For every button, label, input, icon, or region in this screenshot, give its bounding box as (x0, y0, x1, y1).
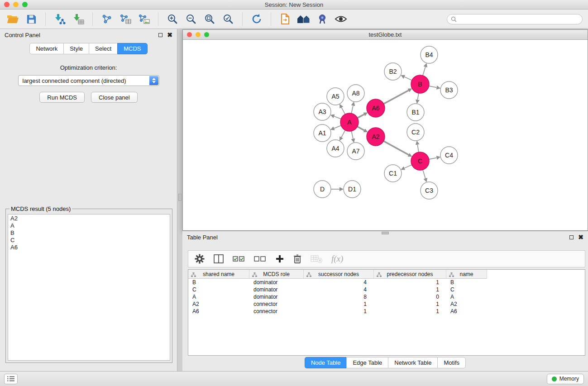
style-icon[interactable] (315, 12, 330, 26)
graph-node-C4[interactable]: C4 (440, 147, 458, 164)
import-table-icon[interactable] (71, 12, 86, 26)
control-tab-mcds[interactable]: MCDS (117, 43, 147, 54)
graph-node-D1[interactable]: D1 (344, 181, 361, 198)
network-graph[interactable]: B4B2BB3A8A5A6A3B1AC2A1A2A4A7C4CC1C3DD1 (183, 40, 588, 230)
table-tab-motifs[interactable]: Motifs (437, 357, 466, 368)
table-tab-edge-table[interactable]: Edge Table (346, 357, 388, 368)
column-header-name[interactable]: name (446, 270, 487, 279)
table-cell[interactable]: dominator (249, 293, 304, 300)
graph-edge-A-A2[interactable] (358, 127, 364, 130)
graph-edge-C-C2[interactable] (417, 145, 419, 152)
graph-node-A6[interactable]: A6 (367, 99, 385, 117)
graph-edge-B-B3[interactable] (429, 86, 437, 87)
table-cell[interactable]: 1 (374, 308, 446, 315)
graph-edge-B-B4[interactable] (423, 67, 425, 76)
graph-edge-C-C4[interactable] (429, 158, 437, 159)
show-columns-icon[interactable] (214, 254, 224, 263)
table-cell[interactable]: 4 (304, 279, 374, 286)
graph-node-A4[interactable]: A4 (327, 140, 344, 157)
graph-edge-C-C1[interactable] (405, 165, 412, 168)
table-cell[interactable]: 1 (374, 279, 446, 286)
table-cell[interactable]: connector (249, 300, 304, 308)
table-cell[interactable]: 0 (374, 293, 446, 300)
network-close-button[interactable] (187, 32, 192, 37)
export-network-image-icon[interactable] (137, 12, 151, 26)
delete-column-icon[interactable] (293, 254, 301, 264)
graph-node-A2[interactable]: A2 (367, 128, 385, 146)
table-cell[interactable]: A2 (446, 300, 487, 308)
network-canvas[interactable]: B4B2BB3A8A5A6A3B1AC2A1A2A4A7C4CC1C3DD1 (183, 40, 588, 230)
new-network-icon[interactable] (100, 12, 114, 26)
graph-node-C2[interactable]: C2 (407, 124, 424, 141)
table-cell[interactable]: B (188, 279, 249, 286)
table-cell[interactable]: dominator (249, 279, 304, 286)
graph-edge-A-A4[interactable] (341, 130, 345, 138)
network-maximize-button[interactable] (204, 32, 209, 37)
criterion-dropdown[interactable]: largest connected component (directed) (18, 75, 159, 86)
mcds-result-list[interactable]: A2ABCA6 (8, 214, 170, 361)
float-table-panel-icon[interactable] (569, 235, 574, 239)
table-cell[interactable]: A6 (446, 308, 487, 315)
table-cell[interactable]: B (446, 279, 487, 286)
graph-edge-A-A7[interactable] (351, 131, 353, 139)
table-row[interactable]: Adominator80A (188, 293, 585, 300)
eye-icon[interactable] (334, 12, 348, 26)
table-tab-node-table[interactable]: Node Table (305, 357, 347, 368)
graph-node-B1[interactable]: B1 (407, 104, 424, 121)
graph-node-A1[interactable]: A1 (314, 124, 331, 142)
save-session-icon[interactable] (24, 12, 38, 26)
graph-edge-A-A8[interactable] (351, 105, 353, 113)
table-row[interactable]: A2connector11A2 (188, 300, 585, 308)
network-from-table-icon[interactable] (118, 12, 133, 26)
graph-node-B2[interactable]: B2 (384, 63, 402, 80)
graph-edge-A-A5[interactable] (341, 108, 345, 114)
control-tab-style[interactable]: Style (63, 43, 89, 54)
column-header-shared-name[interactable]: shared name (188, 270, 249, 279)
graph-node-C1[interactable]: C1 (384, 165, 402, 182)
zoom-fit-icon[interactable] (202, 12, 217, 26)
float-panel-icon[interactable] (158, 33, 163, 37)
graph-node-D[interactable]: D (314, 181, 331, 198)
add-column-icon[interactable] (275, 254, 284, 263)
network-minimize-button[interactable] (196, 32, 201, 37)
table-cell[interactable]: A2 (188, 300, 249, 308)
import-network-icon[interactable] (53, 12, 67, 26)
column-header-successor-nodes[interactable]: successor nodes (304, 270, 374, 279)
graph-edge-B-B1[interactable] (418, 93, 419, 100)
table-cell[interactable]: A (188, 293, 249, 300)
table-cell[interactable]: C (446, 286, 487, 293)
graph-node-C3[interactable]: C3 (421, 182, 438, 199)
select-all-icon[interactable] (233, 255, 245, 262)
task-history-button[interactable] (4, 374, 18, 384)
graph-edge-A2-C[interactable] (384, 141, 409, 155)
table-cell[interactable]: connector (249, 308, 304, 315)
mcds-result-item[interactable]: A6 (10, 244, 167, 251)
refresh-icon[interactable] (249, 12, 264, 26)
graph-node-A5[interactable]: A5 (327, 88, 344, 105)
run-mcds-button[interactable]: Run MCDS (39, 92, 85, 103)
table-cell[interactable]: C (188, 286, 249, 293)
network-window-titlebar[interactable]: testGlobe.txt (183, 30, 588, 40)
control-tab-select[interactable]: Select (89, 43, 117, 54)
graph-edge-B-B2[interactable] (404, 77, 412, 81)
mcds-result-item[interactable]: A2 (10, 215, 167, 222)
table-cell[interactable]: A6 (188, 308, 249, 315)
fullscreen-window-button[interactable] (22, 2, 28, 7)
table-cell[interactable]: dominator (249, 286, 304, 293)
zoom-out-icon[interactable] (184, 12, 198, 26)
table-settings-gear-icon[interactable] (195, 254, 205, 264)
first-neighbors-icon[interactable] (278, 12, 292, 26)
column-header-mcds-role[interactable]: MCDS role (249, 270, 304, 279)
graph-edge-C-C3[interactable] (423, 170, 425, 178)
table-row[interactable]: Bdominator41B (188, 279, 585, 286)
graph-node-B3[interactable]: B3 (440, 81, 458, 99)
graph-node-B4[interactable]: B4 (421, 46, 438, 63)
table-tab-network-table[interactable]: Network Table (388, 357, 437, 368)
open-session-icon[interactable] (5, 12, 20, 26)
table-cell[interactable]: 1 (304, 308, 374, 315)
table-row[interactable]: Cdominator41C (188, 286, 585, 293)
table-cell[interactable]: 4 (304, 286, 374, 293)
mcds-result-item[interactable]: C (10, 237, 167, 244)
search-box[interactable] (447, 14, 583, 24)
table-cell[interactable]: A (446, 293, 487, 300)
